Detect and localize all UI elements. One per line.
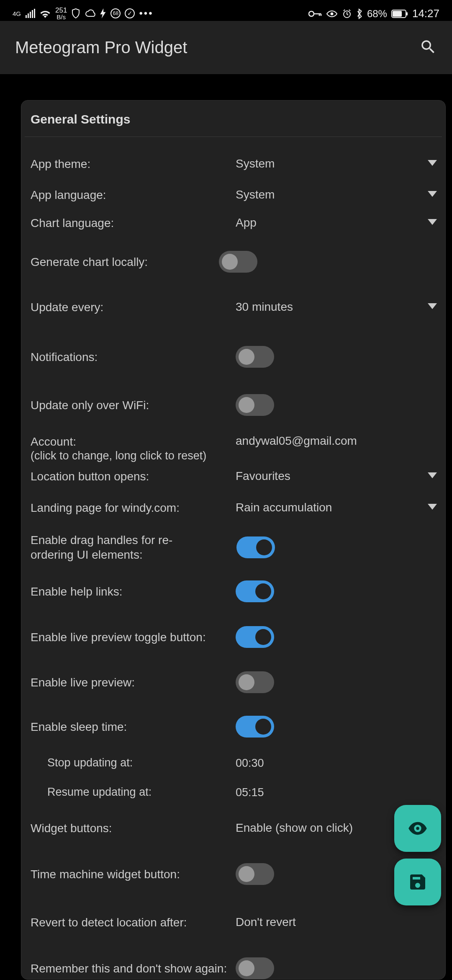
label-help-links: Enable help links:: [31, 584, 236, 599]
svg-point-0: [309, 11, 314, 16]
svg-point-1: [330, 12, 333, 15]
label-notifications: Notifications:: [31, 350, 236, 364]
label-chart-language: Chart language:: [31, 216, 236, 230]
toggle-notifications[interactable]: [236, 346, 274, 368]
save-icon: [408, 872, 428, 892]
circle-check-icon: ✓: [125, 8, 135, 18]
signal-icon: [25, 9, 35, 18]
row-app-theme[interactable]: App theme: System: [31, 144, 439, 183]
label-location-button: Location button opens:: [31, 469, 236, 484]
fab-preview[interactable]: [394, 805, 441, 852]
cloud-icon: [85, 9, 95, 18]
value-account: andywal05@gmail.com: [236, 434, 423, 448]
chevron-down-icon: [428, 191, 437, 197]
label-sleep-time: Enable sleep time:: [31, 720, 236, 734]
value-app-theme: System: [236, 157, 423, 170]
toggle-time-machine[interactable]: [236, 863, 274, 885]
network-4g-icon: 4G: [13, 10, 21, 17]
toggle-help-links[interactable]: [236, 580, 274, 602]
label-live-preview: Enable live preview:: [31, 675, 236, 690]
status-bar: 4G 251B/s 68 ✓ •••: [0, 0, 452, 21]
wifi-icon: [39, 9, 51, 18]
battery-percent: 68%: [367, 8, 387, 20]
toggle-live-preview[interactable]: [236, 671, 274, 693]
row-location-button[interactable]: Location button opens: Favourites: [31, 464, 439, 489]
row-help-links[interactable]: Enable help links:: [31, 568, 439, 614]
value-landing-windy: Rain accumulation: [236, 501, 423, 514]
toggle-sleep-time[interactable]: [236, 716, 274, 738]
label-widget-buttons: Widget buttons:: [31, 821, 236, 836]
toggle-live-preview-toggle[interactable]: [236, 626, 274, 648]
row-generate-chart-locally[interactable]: Generate chart locally:: [31, 239, 439, 284]
chevron-down-icon: [428, 160, 437, 166]
row-notifications[interactable]: Notifications:: [31, 330, 439, 384]
eye-icon: [407, 818, 429, 839]
settings-card: General Settings App theme: System App l…: [21, 100, 446, 980]
row-sleep-time[interactable]: Enable sleep time:: [31, 705, 439, 748]
label-live-preview-toggle: Enable live preview toggle button:: [31, 630, 236, 645]
label-time-machine: Time machine widget button:: [31, 867, 236, 882]
row-time-machine[interactable]: Time machine widget button:: [31, 849, 439, 899]
search-icon[interactable]: [419, 38, 437, 57]
chevron-down-icon: [428, 472, 437, 478]
fade-bottom: [21, 962, 445, 979]
label-account-sub: (click to change, long click to reset): [31, 449, 231, 463]
bluetooth-icon: [356, 8, 363, 19]
chevron-down-icon: [428, 303, 437, 309]
svg-rect-4: [393, 11, 402, 17]
app-bar: Meteogram Pro Widget: [0, 21, 452, 74]
label-stop-at: Stop updating at:: [31, 756, 236, 770]
row-resume-at[interactable]: Resume updating at: 05:15: [31, 778, 439, 807]
row-app-language[interactable]: App language: System: [31, 183, 439, 206]
value-update-every: 30 minutes: [236, 300, 423, 314]
clock: 14:27: [412, 7, 439, 20]
toggle-update-wifi[interactable]: [236, 394, 274, 416]
value-app-language: System: [236, 188, 423, 201]
chevron-down-icon: [428, 219, 437, 225]
row-account[interactable]: Account:(click to change, long click to …: [31, 426, 439, 464]
more-icon: •••: [139, 8, 153, 19]
shield-icon: [71, 8, 80, 18]
label-landing-windy: Landing page for windy.com:: [31, 500, 236, 515]
row-revert-detect[interactable]: Revert to detect location after: Don't r…: [31, 899, 439, 945]
row-stop-at[interactable]: Stop updating at: 00:30: [31, 748, 439, 778]
row-landing-windy[interactable]: Landing page for windy.com: Rain accumul…: [31, 489, 439, 526]
label-revert-detect: Revert to detect location after:: [31, 915, 236, 930]
label-update-every: Update every:: [31, 300, 236, 315]
battery-icon: [391, 10, 408, 18]
bolt-icon: [100, 8, 106, 18]
app-title: Meteogram Pro Widget: [15, 38, 187, 57]
svg-rect-5: [406, 12, 408, 15]
eye-icon: [326, 10, 338, 18]
row-widget-buttons[interactable]: Widget buttons: Enable (show on click): [31, 807, 439, 849]
value-stop-at: 00:30: [236, 757, 423, 770]
value-location-button: Favourites: [236, 469, 423, 483]
row-live-preview-toggle[interactable]: Enable live preview toggle button:: [31, 614, 439, 660]
circle-68-icon: 68: [110, 8, 121, 18]
row-live-preview[interactable]: Enable live preview:: [31, 660, 439, 705]
row-update-every[interactable]: Update every: 30 minutes: [31, 284, 439, 330]
value-chart-language: App: [236, 216, 423, 230]
section-title: General Settings: [21, 112, 445, 137]
key-icon: [308, 10, 322, 18]
value-resume-at: 05:15: [236, 786, 423, 799]
label-app-theme: App theme:: [31, 157, 236, 171]
label-generate-chart-locally: Generate chart locally:: [31, 255, 219, 269]
label-resume-at: Resume updating at:: [31, 785, 236, 799]
value-revert-detect: Don't revert: [236, 916, 423, 929]
row-update-wifi[interactable]: Update only over WiFi:: [31, 384, 439, 426]
label-app-language: App language:: [31, 188, 236, 202]
chevron-down-icon: [428, 504, 437, 510]
alarm-icon: [342, 9, 352, 19]
fab-save[interactable]: [394, 859, 441, 905]
row-drag-handles[interactable]: Enable drag handles for re-ordering UI e…: [31, 526, 439, 568]
toggle-drag-handles[interactable]: [236, 536, 275, 558]
network-speed: 251B/s: [55, 7, 67, 20]
label-drag-handles: Enable drag handles for re-ordering UI e…: [31, 533, 218, 562]
toggle-generate-chart-locally[interactable]: [219, 251, 257, 273]
row-chart-language[interactable]: Chart language: App: [31, 206, 439, 239]
label-account: Account:: [31, 435, 76, 448]
label-update-wifi: Update only over WiFi:: [31, 398, 236, 413]
